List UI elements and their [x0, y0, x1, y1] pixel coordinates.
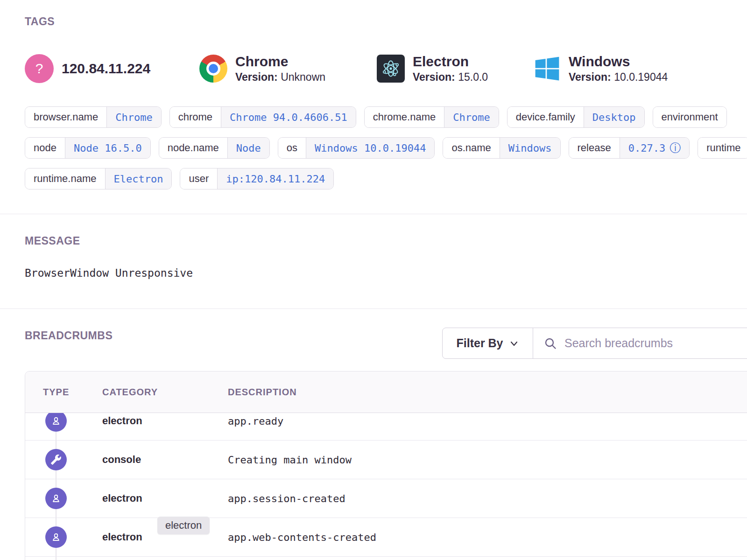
breadcrumb-row: console Creating main window	[25, 440, 747, 479]
os-title: Windows	[569, 54, 668, 70]
tag-value-link[interactable]: Windows	[500, 138, 560, 158]
tag-pills: browser.name Chrome chrome Chrome 94.0.4…	[25, 106, 747, 199]
event-detail-panel: TAGS ? 120.84.11.224 Chrome Version: Unk…	[0, 0, 747, 560]
tag-pill-os-name: os.name Windows	[443, 137, 560, 159]
tag-key: release	[569, 138, 620, 158]
search-icon	[543, 336, 557, 350]
tag-value-link[interactable]: Electron	[105, 168, 172, 189]
tag-value-link[interactable]: Node	[227, 138, 269, 158]
tag-value-link[interactable]: Chrome	[106, 107, 161, 127]
tag-value-link[interactable]: Windows 10.0.19044	[306, 138, 434, 158]
tag-pill-node: node Node 16.5.0	[25, 137, 151, 159]
breadcrumb-category: electron	[102, 492, 228, 504]
filter-by-button[interactable]: Filter By	[443, 328, 533, 358]
user-icon	[45, 488, 67, 509]
tag-pill-row: runtime.name Electron user ip:120.84.11.…	[25, 168, 747, 189]
tag-pill-runtime: runtime	[698, 137, 747, 159]
tag-key: chrome.name	[365, 107, 444, 127]
breadcrumbs-table-header: TYPE CATEGORY DESCRIPTION	[25, 371, 747, 413]
column-header-category: CATEGORY	[102, 387, 228, 398]
tag-key: user	[180, 168, 217, 189]
tag-key: chrome	[170, 107, 221, 127]
tag-key: device.family	[507, 107, 584, 127]
user-ip-title: 120.84.11.224	[62, 61, 150, 77]
tag-value-link[interactable]: Chrome	[444, 107, 498, 127]
breadcrumb-row: electron app.web-contents-created	[25, 518, 747, 556]
tag-pill-os: os Windows 10.0.19044	[278, 137, 435, 159]
tag-pill-row: browser.name Chrome chrome Chrome 94.0.4…	[25, 106, 747, 128]
tag-value-link[interactable]: ip:120.84.11.224	[217, 168, 333, 189]
search-breadcrumbs-input[interactable]	[564, 336, 747, 350]
chevron-down-icon	[509, 338, 519, 349]
breadcrumb-description: app.session-created	[228, 493, 747, 504]
tag-pill-node-name: node.name Node	[159, 137, 270, 159]
runtime-version: Version: 15.0.0	[413, 71, 488, 84]
tag-key: os	[278, 138, 306, 158]
tag-pill-environment: environment	[653, 106, 727, 128]
tag-summary-browser: Chrome Version: Unknown	[199, 54, 325, 84]
tag-value-link[interactable]: Chrome 94.0.4606.51	[221, 107, 356, 127]
column-header-description: DESCRIPTION	[228, 387, 747, 398]
user-icon	[45, 410, 67, 432]
browser-version: Version: Unknown	[235, 71, 325, 84]
tag-key: node.name	[159, 138, 227, 158]
tags-heading: TAGS	[25, 15, 55, 28]
breadcrumb-description: app.ready	[228, 415, 747, 427]
tag-value-link[interactable]: Node 16.5.0	[65, 138, 150, 158]
tag-summary-runtime: Electron Version: 15.0.0	[377, 54, 488, 84]
breadcrumb-description: Creating main window	[228, 454, 747, 466]
tag-pill-chrome: chrome Chrome 94.0.4606.51	[169, 106, 356, 128]
breadcrumbs-rows: electron app.ready console Creating main…	[25, 402, 747, 560]
section-divider	[0, 308, 747, 309]
category-tooltip: electron	[157, 517, 210, 534]
electron-icon	[377, 55, 405, 83]
tag-pill-release: release 0.27.3ⓘ	[569, 137, 690, 159]
wrench-icon	[45, 449, 67, 470]
tag-value-link[interactable]: 0.27.3ⓘ	[620, 138, 689, 158]
tag-pill-device-family: device.family Desktop	[507, 106, 645, 128]
tag-pill-row: node Node 16.5.0 node.name Node os Windo…	[25, 137, 747, 159]
breadcrumbs-table: TYPE CATEGORY DESCRIPTION electron app.r…	[25, 371, 747, 560]
breadcrumb-description: app.web-contents-created	[228, 532, 747, 543]
chrome-icon	[199, 55, 227, 83]
tag-key: runtime.name	[25, 168, 105, 189]
tag-key: os.name	[443, 138, 499, 158]
tag-key: runtime	[698, 138, 747, 158]
os-version: Version: 10.0.19044	[569, 71, 668, 84]
tag-summary-user: ? 120.84.11.224	[25, 54, 150, 84]
info-icon[interactable]: ⓘ	[669, 142, 681, 154]
breadcrumb-row-partial	[25, 556, 747, 560]
tag-value-link[interactable]: Desktop	[584, 107, 644, 127]
message-text: BrowserWindow Unresponsive	[25, 267, 193, 279]
column-header-type: TYPE	[25, 387, 102, 398]
tags-summary: ? 120.84.11.224 Chrome Version: Unknown	[0, 54, 747, 84]
tag-key: node	[25, 138, 65, 158]
breadcrumb-category: electron	[102, 415, 228, 427]
user-icon	[45, 526, 67, 548]
section-divider	[0, 214, 747, 214]
tag-pill-chrome-name: chrome.name Chrome	[364, 106, 499, 128]
tag-key: browser.name	[25, 107, 106, 127]
tag-summary-os: Windows Version: 10.0.19044	[534, 54, 668, 84]
breadcrumbs-search	[533, 328, 747, 358]
breadcrumb-category: console	[102, 454, 228, 466]
browser-title: Chrome	[235, 54, 325, 70]
breadcrumbs-filter-bar: Filter By	[442, 328, 747, 359]
message-heading: MESSAGE	[25, 235, 80, 247]
question-avatar-icon: ?	[25, 54, 54, 83]
tag-pill-user: user ip:120.84.11.224	[180, 168, 334, 189]
tag-pill-runtime-name: runtime.name Electron	[25, 168, 172, 189]
breadcrumb-row: electron app.session-created	[25, 479, 747, 518]
tag-key: environment	[653, 107, 726, 127]
tag-pill-browser-name: browser.name Chrome	[25, 106, 162, 128]
runtime-title: Electron	[413, 54, 488, 70]
breadcrumbs-heading: BREADCRUMBS	[25, 329, 113, 342]
windows-icon	[534, 55, 561, 82]
